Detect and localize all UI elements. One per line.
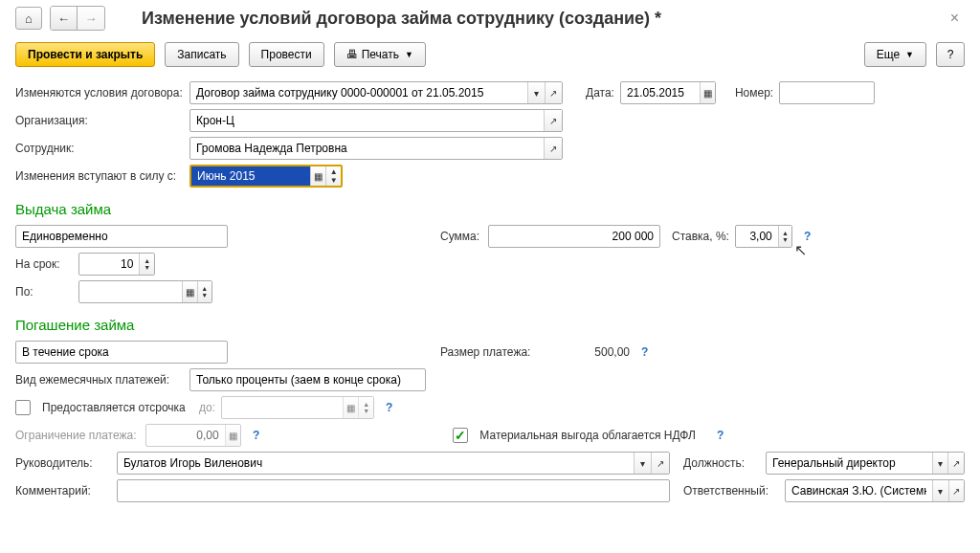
close-icon[interactable]: ×	[945, 10, 965, 27]
org-label: Организация:	[15, 114, 184, 127]
position-label: Должность:	[683, 456, 760, 470]
help-icon[interactable]: ?	[641, 345, 648, 359]
print-button[interactable]: 🖶 Печать ▼	[334, 42, 426, 67]
issue-mode-field[interactable]	[15, 225, 228, 248]
employee-field[interactable]: ↗	[189, 137, 563, 160]
dropdown-icon[interactable]: ▾	[932, 453, 948, 474]
save-button[interactable]: Записать	[165, 42, 238, 67]
sum-field[interactable]	[488, 225, 660, 248]
term-field[interactable]: ▲▼	[78, 253, 155, 276]
issue-section-title: Выдача займа	[15, 201, 965, 217]
window-title: Изменение условий договора займа сотрудн…	[142, 9, 661, 29]
deferral-checkbox[interactable]	[15, 400, 31, 415]
comment-field[interactable]	[117, 479, 670, 502]
open-icon[interactable]: ↗	[544, 138, 562, 159]
payment-size-value: 500,00	[542, 345, 630, 359]
stepper-icon[interactable]: ▲▼	[325, 166, 341, 186]
chevron-down-icon: ▼	[905, 50, 914, 59]
rate-field[interactable]: ▲▼	[735, 225, 792, 248]
term-label: На срок:	[15, 257, 73, 271]
home-button[interactable]: ⌂	[15, 7, 42, 30]
stepper-icon[interactable]: ▲▼	[139, 254, 154, 275]
comment-label: Комментарий:	[15, 484, 111, 498]
number-field[interactable]	[779, 81, 875, 104]
help-button[interactable]: ?	[936, 42, 965, 67]
help-icon[interactable]: ?	[717, 429, 724, 442]
open-icon[interactable]: ↗	[544, 110, 562, 131]
contract-label: Изменяются условия договора:	[15, 86, 184, 100]
post-button[interactable]: Провести	[249, 42, 324, 67]
limit-field: ▦	[145, 424, 241, 447]
ndfl-label: Материальная выгода облагается НДФЛ	[479, 429, 696, 442]
contract-field[interactable]: ▾ ↗	[189, 81, 563, 104]
stepper-icon[interactable]: ▲▼	[778, 226, 791, 247]
calendar-icon[interactable]: ▦	[700, 82, 715, 103]
stepper-icon: ▲▼	[358, 397, 373, 418]
post-and-close-button[interactable]: Провести и закрыть	[15, 42, 155, 67]
position-field[interactable]: ▾ ↗	[766, 452, 965, 475]
printer-icon: 🖶	[346, 48, 358, 61]
deferral-until-field: ▦ ▲▼	[221, 396, 374, 419]
open-icon[interactable]: ↗	[651, 453, 669, 474]
limit-label: Ограничение платежа:	[15, 429, 140, 442]
sum-label: Сумма:	[440, 230, 482, 243]
calc-icon: ▦	[225, 425, 240, 446]
responsible-field[interactable]: ▾ ↗	[785, 479, 965, 502]
until-label: По:	[15, 285, 73, 299]
help-icon[interactable]: ?	[253, 429, 259, 442]
payment-size-label: Размер платежа:	[440, 345, 536, 359]
repay-section-title: Погашение займа	[15, 317, 965, 333]
open-icon[interactable]: ↗	[948, 480, 964, 501]
deferral-label: Предоставляется отсрочка	[42, 401, 193, 414]
effective-label: Изменения вступают в силу с:	[15, 169, 184, 183]
dropdown-icon[interactable]: ▾	[634, 453, 652, 474]
deferral-until-label: до:	[199, 401, 215, 414]
org-field[interactable]: ↗	[189, 109, 563, 132]
more-button[interactable]: Еще ▼	[864, 42, 926, 67]
chevron-down-icon: ▼	[405, 50, 413, 59]
effective-field[interactable]: ▦ ▲▼	[189, 165, 343, 188]
open-icon[interactable]: ↗	[947, 453, 964, 474]
help-icon[interactable]: ?	[386, 401, 392, 414]
calendar-icon: ▦	[343, 397, 358, 418]
responsible-label: Ответственный:	[683, 484, 779, 498]
date-field[interactable]: ▦	[620, 81, 716, 104]
dropdown-icon[interactable]: ▾	[527, 82, 545, 103]
date-label: Дата:	[586, 86, 614, 100]
calendar-icon[interactable]: ▦	[310, 166, 325, 186]
until-field[interactable]: ▦ ▲▼	[78, 280, 212, 303]
employee-label: Сотрудник:	[15, 142, 184, 155]
back-button[interactable]: ←	[51, 7, 78, 30]
open-icon[interactable]: ↗	[545, 82, 562, 103]
ndfl-checkbox[interactable]	[453, 428, 468, 443]
forward-button: →	[78, 7, 104, 30]
number-label: Номер:	[735, 86, 773, 100]
payment-type-field[interactable]	[189, 368, 426, 391]
calendar-icon[interactable]: ▦	[182, 281, 196, 302]
rate-label: Ставка, %:	[672, 230, 729, 243]
manager-field[interactable]: ▾ ↗	[117, 452, 670, 475]
manager-label: Руководитель:	[15, 456, 111, 470]
help-icon[interactable]: ?	[804, 230, 811, 243]
repay-mode-field[interactable]	[15, 341, 228, 364]
stepper-icon[interactable]: ▲▼	[197, 281, 212, 302]
dropdown-icon[interactable]: ▾	[932, 480, 947, 501]
payment-type-label: Вид ежемесячных платежей:	[15, 373, 184, 387]
